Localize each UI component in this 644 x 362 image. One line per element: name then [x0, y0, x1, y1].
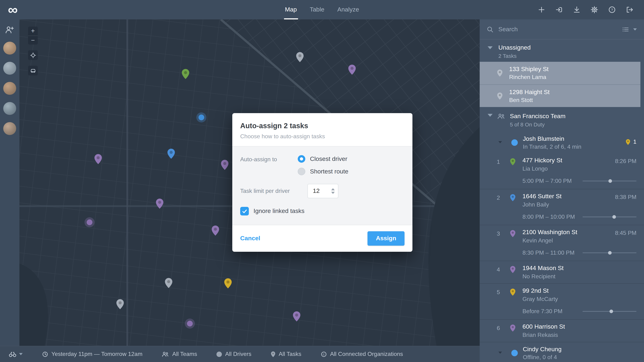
task-pin-icon [510, 230, 516, 239]
slider-knob[interactable] [608, 251, 612, 255]
map-pin[interactable] [224, 278, 232, 290]
driver-row-cindy[interactable]: Cindy Cheung Offline, 0 of 4 [480, 342, 644, 362]
binoculars-caret-icon[interactable] [19, 353, 23, 355]
map-dot-marker[interactable] [86, 220, 92, 225]
collapse-caret-icon[interactable] [498, 141, 502, 143]
map-pin[interactable] [348, 64, 356, 76]
collapse-caret-icon[interactable] [488, 46, 492, 49]
zoom-out-button[interactable]: − [28, 35, 38, 44]
driver-avatar[interactable] [3, 62, 16, 75]
route-task-row[interactable]: 2 1646 Sutter St John Baily 8:38 PM 8:00… [480, 189, 644, 225]
task-pin-icon [497, 69, 503, 78]
time-window-slider[interactable] [582, 181, 636, 181]
task-order-number: 1 [494, 159, 503, 165]
shortest-route-option[interactable]: Shortest route [298, 168, 348, 175]
onfleet-logo-icon[interactable]: ∞ [8, 1, 18, 19]
map-pin[interactable] [292, 311, 300, 323]
task-order-number: 2 [494, 195, 503, 201]
driver-name: Cindy Cheung [523, 346, 644, 353]
cancel-button[interactable]: Cancel [240, 235, 260, 242]
team-section-header[interactable]: San Francisco Team 5 of 8 On Duty [480, 107, 644, 132]
task-recipient: Ben Stott [509, 97, 640, 103]
shortest-route-radio[interactable] [298, 168, 305, 175]
task-time-window: 8:30 PM – 11:00 PM [522, 250, 574, 256]
driver-avatar[interactable] [3, 82, 16, 95]
team-title: San Francisco Team [510, 113, 637, 120]
collapse-caret-icon[interactable] [488, 114, 492, 117]
tasks-filter[interactable]: All Tasks [271, 351, 301, 357]
task-eta: 8:38 PM [615, 194, 636, 200]
map-dot-marker[interactable] [187, 321, 192, 327]
time-window-slider[interactable] [582, 216, 636, 217]
map-pin[interactable] [164, 277, 172, 290]
add-task-icon[interactable] [538, 6, 545, 13]
closest-driver-radio[interactable] [298, 155, 305, 163]
map-dot-marker[interactable] [198, 114, 204, 120]
map-pin[interactable] [182, 69, 190, 81]
unassigned-task-row[interactable]: 1298 Haight St Ben Stott [480, 84, 640, 107]
section-count: 2 Tasks [498, 53, 637, 59]
time-range-filter[interactable]: Yesterday 11pm — Tomorrow 12am [42, 351, 142, 357]
unassigned-section-header[interactable]: Unassigned 2 Tasks [480, 39, 644, 62]
route-task-row[interactable]: 6 600 Harrison St Brian Rekasis [480, 320, 644, 342]
driver-row-josh[interactable]: Josh Blumstein In Transit, 2 of 6, 4 min… [480, 132, 644, 153]
map-pin[interactable] [167, 148, 176, 160]
add-driver-icon[interactable] [5, 25, 14, 34]
map-pin[interactable] [94, 154, 102, 166]
drivers-filter[interactable]: All Drivers [216, 351, 251, 357]
unassigned-task-row[interactable]: 133 Shipley St Rinchen Lama [480, 62, 640, 84]
traffic-car-button[interactable] [28, 66, 38, 75]
settings-gear-icon[interactable] [591, 6, 598, 13]
task-eta: 8:26 PM [615, 158, 636, 165]
slider-knob[interactable] [610, 310, 613, 313]
teams-filter[interactable]: All Teams [162, 351, 197, 357]
orgs-filter[interactable]: C All Connected Organizations [321, 351, 403, 357]
task-limit-input[interactable] [308, 187, 326, 195]
route-task-row[interactable]: 1 477 Hickory St Lia Longo 8:26 PM 5:00 … [480, 153, 644, 189]
search-input[interactable] [498, 25, 618, 33]
map-pin[interactable] [296, 51, 304, 64]
logout-icon[interactable] [626, 6, 633, 13]
task-panel: Unassigned 2 Tasks 133 Shipley St Rinche… [480, 19, 644, 362]
tab-map[interactable]: Map [285, 0, 297, 19]
task-time-window: 8:00 PM – 10:00 PM [522, 214, 575, 220]
slider-knob[interactable] [612, 215, 616, 219]
nav-tabs: Map Table Analyze [285, 0, 359, 19]
list-view-icon[interactable] [622, 26, 629, 32]
help-icon[interactable]: ? [608, 6, 616, 13]
map-pin[interactable] [212, 225, 220, 237]
collapse-caret-icon[interactable] [498, 352, 502, 354]
slider-knob[interactable] [608, 179, 612, 183]
stepper-down-icon[interactable] [331, 192, 335, 194]
driver-rail [0, 19, 20, 346]
time-window-slider[interactable] [582, 252, 636, 253]
task-time-window: 5:00 PM – 7:00 PM [522, 178, 572, 184]
tab-analyze[interactable]: Analyze [337, 0, 359, 19]
tab-table[interactable]: Table [310, 0, 324, 19]
ignore-linked-checkbox[interactable] [240, 207, 249, 215]
zoom-in-button[interactable]: + [28, 26, 38, 35]
stepper-up-icon[interactable] [331, 188, 335, 190]
view-finder-control[interactable] [9, 351, 23, 357]
task-pin-icon [497, 92, 503, 101]
map-pin[interactable] [116, 299, 124, 311]
task-eta: 8:45 PM [615, 230, 636, 236]
assign-button[interactable]: Assign [368, 231, 404, 246]
locate-button[interactable] [28, 50, 38, 60]
filter-bar: Yesterday 11pm — Tomorrow 12am All Teams… [0, 346, 480, 362]
import-icon[interactable] [556, 6, 563, 13]
driver-avatar[interactable] [3, 102, 16, 115]
closest-driver-option[interactable]: Closest driver [298, 155, 348, 163]
export-download-icon[interactable] [573, 6, 580, 13]
map-pin[interactable] [220, 159, 229, 172]
task-limit-stepper[interactable] [308, 184, 338, 198]
driver-avatar[interactable] [3, 42, 16, 55]
nav-actions: ? [538, 0, 644, 19]
time-window-slider[interactable] [582, 311, 636, 312]
route-task-row[interactable]: 3 2100 Washington St Kevin Angel 8:45 PM… [480, 225, 644, 261]
filter-caret-icon[interactable] [633, 28, 637, 30]
map-pin[interactable] [156, 198, 164, 210]
route-task-row[interactable]: 5 99 2nd St Gray McCarty Before 7:30 PM [480, 284, 644, 320]
driver-avatar[interactable] [3, 122, 16, 135]
route-task-row[interactable]: 4 1944 Mason St No Recipient [480, 261, 644, 284]
